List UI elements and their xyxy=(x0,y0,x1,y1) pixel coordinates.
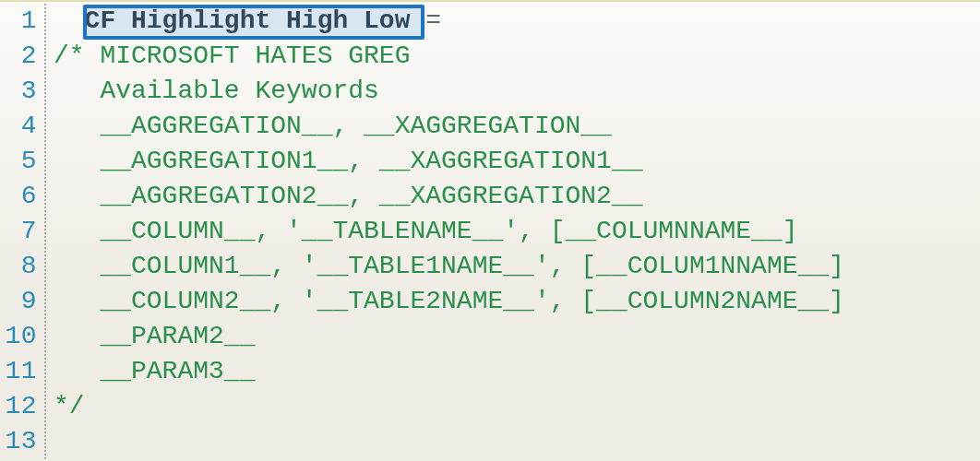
code-line[interactable]: CF Highlight High Low = xyxy=(54,4,980,39)
comment-text: __COLUMN1__, '__TABLE1NAME__', [__COLUM1… xyxy=(54,252,844,280)
comment-text: */ xyxy=(54,392,85,420)
line-number: 9 xyxy=(0,284,44,319)
comment-text: __AGGREGATION2__, __XAGGREGATION2__ xyxy=(54,182,643,210)
comment-text: __COLUMN2__, '__TABLE2NAME__', [__COLUMN… xyxy=(54,287,844,315)
line-number: 13 xyxy=(0,424,44,459)
line-number-gutter: 1 2 3 4 5 6 7 8 9 10 11 12 13 xyxy=(0,4,46,459)
comment-text: __AGGREGATION__, __XAGGREGATION__ xyxy=(54,112,612,140)
comment-text: /* MICROSOFT HATES GREG xyxy=(54,41,410,70)
code-line[interactable]: /* MICROSOFT HATES GREG xyxy=(54,39,980,74)
comment-text: __PARAM2__ xyxy=(54,322,255,350)
line-number: 3 xyxy=(0,74,44,109)
line-number: 7 xyxy=(0,214,44,249)
line-number: 12 xyxy=(0,389,44,424)
code-line[interactable]: __AGGREGATION1__, __XAGGREGATION1__ xyxy=(54,144,980,179)
measure-name[interactable]: CF Highlight High Low xyxy=(85,6,411,35)
line-number: 6 xyxy=(0,179,44,214)
code-line[interactable]: Available Keywords xyxy=(54,74,980,109)
code-line[interactable]: __COLUMN1__, '__TABLE1NAME__', [__COLUM1… xyxy=(54,249,980,284)
code-line[interactable]: __AGGREGATION2__, __XAGGREGATION2__ xyxy=(54,179,980,214)
line-number: 5 xyxy=(0,144,44,179)
code-line[interactable]: __PARAM3__ xyxy=(54,354,980,389)
line-number: 8 xyxy=(0,249,44,284)
code-text-area[interactable]: CF Highlight High Low = /* MICROSOFT HAT… xyxy=(54,4,980,459)
equals-token: = xyxy=(410,6,441,35)
comment-text: Available Keywords xyxy=(54,77,379,105)
code-line[interactable]: __COLUMN2__, '__TABLE2NAME__', [__COLUMN… xyxy=(54,284,980,319)
code-line[interactable]: __COLUMN__, '__TABLENAME__', [__COLUMNNA… xyxy=(54,214,980,249)
code-editor[interactable]: 1 2 3 4 5 6 7 8 9 10 11 12 13 CF Highlig… xyxy=(0,0,980,461)
comment-text: __COLUMN__, '__TABLENAME__', [__COLUMNNA… xyxy=(54,217,798,245)
code-line[interactable]: */ xyxy=(54,389,980,424)
line-number: 11 xyxy=(0,354,44,389)
line-number: 4 xyxy=(0,109,44,144)
code-line[interactable]: __PARAM2__ xyxy=(54,319,980,354)
line-number: 2 xyxy=(0,39,44,74)
comment-text: __AGGREGATION1__, __XAGGREGATION1__ xyxy=(54,147,643,175)
line-number: 1 xyxy=(0,4,44,39)
code-line[interactable]: __AGGREGATION__, __XAGGREGATION__ xyxy=(54,109,980,144)
comment-text: __PARAM3__ xyxy=(54,357,255,385)
code-line[interactable] xyxy=(54,424,980,459)
line-number: 10 xyxy=(0,319,44,354)
